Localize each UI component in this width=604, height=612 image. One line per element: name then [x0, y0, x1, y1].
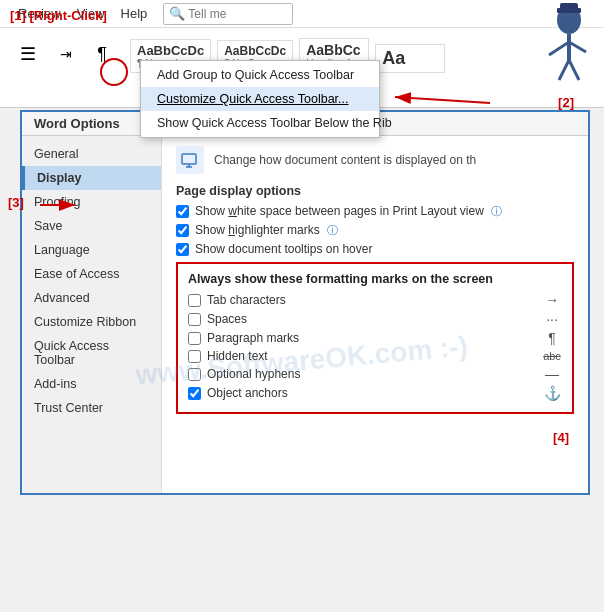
- context-menu: Add Group to Quick Access Toolbar Custom…: [140, 60, 380, 138]
- display-icon: [176, 146, 204, 174]
- annotation-3: [3]: [8, 195, 24, 210]
- checkbox-tooltips-label: Show document tooltips on hover: [195, 242, 372, 256]
- page-display-title: Page display options: [176, 184, 574, 198]
- annotation-4: [4]: [553, 430, 569, 445]
- checkbox-highlighter-label: Show highlighter marks ⓘ: [195, 223, 338, 238]
- mark-hidden: Hidden text abc: [188, 349, 562, 363]
- mark-hyphens-symbol: —: [542, 366, 562, 382]
- checkbox-whitespace-label: Show white space between pages in Print …: [195, 204, 502, 219]
- sidebar-item-save[interactable]: Save: [22, 214, 161, 238]
- ctx-customize[interactable]: Customize Quick Access Toolbar...: [141, 87, 379, 111]
- mark-tab-label: Tab characters: [207, 293, 534, 307]
- mark-tab: Tab characters →: [188, 292, 562, 308]
- mark-anchors: Object anchors ⚓: [188, 385, 562, 401]
- checkbox-tooltips-input[interactable]: [176, 243, 189, 256]
- sidebar-item-customize-ribbon[interactable]: Customize Ribbon: [22, 310, 161, 334]
- ribbon-btn-indent[interactable]: ⇥: [48, 44, 84, 66]
- sidebar-item-proofing[interactable]: Proofing: [22, 190, 161, 214]
- mark-paragraph-symbol: ¶: [542, 330, 562, 346]
- sidebar-item-advanced[interactable]: Advanced: [22, 286, 161, 310]
- mark-anchors-checkbox[interactable]: [188, 387, 201, 400]
- mark-hyphens: Optional hyphens —: [188, 366, 562, 382]
- sidebar-item-addins[interactable]: Add-ins: [22, 372, 161, 396]
- checkbox-whitespace-input[interactable]: [176, 205, 189, 218]
- ribbon-btn-paragraph[interactable]: ¶: [84, 42, 120, 68]
- mark-hidden-symbol: abc: [542, 350, 562, 362]
- mark-anchors-symbol: ⚓: [542, 385, 562, 401]
- sidebar-item-quick-access[interactable]: Quick Access Toolbar: [22, 334, 161, 372]
- mark-spaces-checkbox[interactable]: [188, 313, 201, 326]
- style-nospace-name: AaBbCcDc: [224, 44, 286, 58]
- style-normal-name: AaBbCcDc: [137, 43, 204, 58]
- svg-rect-0: [182, 154, 196, 164]
- mark-spaces: Spaces ···: [188, 311, 562, 327]
- style-heading1-name: AaBbCc: [306, 42, 360, 58]
- sidebar-item-display[interactable]: Display: [22, 166, 161, 190]
- mark-paragraph-checkbox[interactable]: [188, 332, 201, 345]
- formatting-marks-section: Always show these formatting marks on th…: [176, 262, 574, 414]
- mark-hidden-label: Hidden text: [207, 349, 534, 363]
- checkbox-tooltips: Show document tooltips on hover: [176, 242, 574, 256]
- mark-paragraph: Paragraph marks ¶: [188, 330, 562, 346]
- list-icon: ☰: [20, 45, 36, 63]
- mark-tab-checkbox[interactable]: [188, 294, 201, 307]
- sidebar-item-language[interactable]: Language: [22, 238, 161, 262]
- mark-tab-symbol: →: [542, 292, 562, 308]
- mark-spaces-label: Spaces: [207, 312, 534, 326]
- mark-hidden-checkbox[interactable]: [188, 350, 201, 363]
- options-sidebar: General Display Proofing Save Language E…: [22, 136, 162, 493]
- ctx-add-group[interactable]: Add Group to Quick Access Toolbar: [141, 63, 379, 87]
- menu-help[interactable]: Help: [113, 4, 156, 23]
- paragraph-icon: ¶: [97, 45, 107, 63]
- section-description: Change how document content is displayed…: [214, 153, 476, 167]
- search-input[interactable]: [188, 7, 287, 21]
- sidebar-item-ease[interactable]: Ease of Access: [22, 262, 161, 286]
- indent-icon: ⇥: [60, 47, 72, 61]
- section-header: Change how document content is displayed…: [176, 146, 574, 174]
- search-box[interactable]: 🔍: [163, 3, 293, 25]
- checkbox-whitespace: Show white space between pages in Print …: [176, 204, 574, 219]
- search-icon: 🔍: [169, 6, 185, 21]
- style-heading2-name: Aa: [382, 48, 405, 69]
- mark-anchors-label: Object anchors: [207, 386, 534, 400]
- ctx-show-toolbar[interactable]: Show Quick Access Toolbar Below the Rib: [141, 111, 379, 135]
- sidebar-item-trust[interactable]: Trust Center: [22, 396, 161, 420]
- info-icon-2: ⓘ: [327, 224, 338, 236]
- annotation-1: [1] [Right-Click]: [10, 8, 107, 23]
- mark-spaces-symbol: ···: [542, 311, 562, 327]
- formatting-marks-title: Always show these formatting marks on th…: [188, 272, 562, 286]
- mark-paragraph-label: Paragraph marks: [207, 331, 534, 345]
- style-heading2[interactable]: Aa: [375, 44, 445, 73]
- annotation-2: [2]: [558, 95, 574, 110]
- info-icon-1: ⓘ: [491, 205, 502, 217]
- checkbox-highlighter-input[interactable]: [176, 224, 189, 237]
- sidebar-item-general[interactable]: General: [22, 142, 161, 166]
- options-main: Change how document content is displayed…: [162, 136, 588, 493]
- word-options-body: General Display Proofing Save Language E…: [22, 136, 588, 493]
- mark-hyphens-checkbox[interactable]: [188, 368, 201, 381]
- mark-hyphens-label: Optional hyphens: [207, 367, 534, 381]
- word-options-dialog: Word Options General Display Proofing Sa…: [20, 110, 590, 495]
- checkbox-highlighter: Show highlighter marks ⓘ: [176, 223, 574, 238]
- ribbon-btn-list[interactable]: ☰: [10, 42, 46, 68]
